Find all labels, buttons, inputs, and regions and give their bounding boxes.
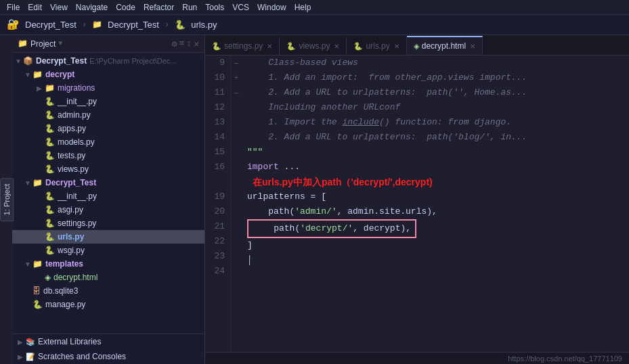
tests-label: tests.py bbox=[58, 151, 85, 160]
folder-templates[interactable]: ▼ 📁 templates bbox=[12, 257, 204, 271]
sidebar-title[interactable]: Project bbox=[30, 39, 56, 49]
code-line-23: ] bbox=[247, 238, 624, 253]
migrations-label: migrations bbox=[58, 83, 95, 93]
py-icon-asgi: 🐍 bbox=[45, 205, 55, 214]
tab-urls[interactable]: 🐍 urls.py ✕ bbox=[347, 37, 406, 55]
file-tests[interactable]: 🐍 tests.py bbox=[12, 149, 204, 162]
main-layout: 1: Project 📁 Project ▼ ⚙ ≡ ↕ ✕ ▼ 📦 Decry… bbox=[0, 35, 629, 364]
arrow-right-icon2: ▶ bbox=[18, 338, 26, 346]
project-root-icon: 📦 bbox=[23, 56, 33, 66]
file-manage[interactable]: 🐍 manage.py bbox=[12, 298, 204, 311]
folder-decrypt-test[interactable]: ▼ 📁 Decrypt_Test bbox=[12, 176, 204, 189]
menubar-item-file[interactable]: File bbox=[3, 3, 24, 12]
file-db[interactable]: 🗄 db.sqlite3 bbox=[12, 284, 204, 298]
lib-icon: 📚 bbox=[26, 338, 35, 346]
urls-label: urls.py bbox=[58, 232, 84, 242]
menubar-item-run[interactable]: Run bbox=[178, 3, 201, 12]
arrow-right-icon: ▶ bbox=[37, 85, 45, 92]
external-libraries-label: External Libraries bbox=[38, 337, 101, 346]
close-tab-urls[interactable]: ✕ bbox=[394, 43, 399, 50]
close-tab-views[interactable]: ✕ bbox=[334, 43, 339, 50]
file-urls[interactable]: 🐍 urls.py bbox=[12, 230, 204, 244]
sidebar-header: 📁 Project ▼ ⚙ ≡ ↕ ✕ bbox=[12, 35, 204, 53]
menubar-item-view[interactable]: View bbox=[46, 3, 72, 12]
code-line-19-annotation: 在urls.py中加入path（'decrypt/',decrypt) bbox=[247, 175, 624, 189]
project-panel-tab[interactable]: 1: Project bbox=[0, 178, 14, 221]
editor-area: 🐍 settings.py ✕ 🐍 views.py ✕ 🐍 urls.py ✕… bbox=[205, 35, 629, 364]
titlebar-sep2: › bbox=[165, 20, 169, 30]
file-views[interactable]: 🐍 views.py bbox=[12, 162, 204, 176]
tab-views-label: views.py bbox=[299, 41, 330, 51]
titlebar-folder-icon: 📁 bbox=[92, 20, 102, 30]
file-apps[interactable]: 🐍 apps.py bbox=[12, 122, 204, 135]
gear-icon[interactable]: ≡ bbox=[179, 39, 185, 49]
sidebar-title-group: 📁 Project ▼ bbox=[18, 39, 62, 49]
editor-tabs: 🐍 settings.py ✕ 🐍 views.py ✕ 🐍 urls.py ✕… bbox=[205, 35, 629, 55]
code-line-22: path('decrypt/', decrypt), bbox=[247, 219, 624, 238]
menubar-item-code[interactable]: Code bbox=[112, 3, 139, 12]
titlebar-project: Decrypt_Test bbox=[25, 20, 77, 30]
code-line-11: 2. Add a URL to urlpatterns: path('', Ho… bbox=[247, 85, 624, 100]
code-line-14: 2. Add a URL to urlpatterns: path('blog/… bbox=[247, 130, 624, 145]
py-icon-models: 🐍 bbox=[45, 137, 55, 147]
code-line-21: path('admin/', admin.site.urls), bbox=[247, 204, 624, 219]
file-asgi[interactable]: 🐍 asgi.py bbox=[12, 203, 204, 217]
py-icon-views: 🐍 bbox=[45, 164, 55, 174]
menubar-item-vcs[interactable]: VCS bbox=[228, 3, 253, 12]
fold-20[interactable]: — bbox=[231, 85, 242, 100]
sync-icon[interactable]: ⚙ bbox=[172, 39, 177, 49]
external-libraries-item[interactable]: ▶ 📚 External Libraries bbox=[12, 334, 204, 349]
titlebar-icon: 🔐 bbox=[7, 18, 20, 31]
init1-label: __init__.py bbox=[58, 97, 97, 106]
titlebar-file-name: urls.py bbox=[191, 20, 217, 30]
close-tab-settings[interactable]: ✕ bbox=[267, 43, 272, 50]
tab-decrypt[interactable]: ◈ decrypt.html ✕ bbox=[407, 36, 483, 55]
tab-settings[interactable]: 🐍 settings.py ✕ bbox=[205, 37, 280, 55]
file-settings[interactable]: 🐍 settings.py bbox=[12, 217, 204, 230]
arrow-down-icon3: ▼ bbox=[24, 179, 32, 187]
code-line-13: 1. Import the include() function: from d… bbox=[247, 115, 624, 130]
file-init1[interactable]: 🐍 __init__.py bbox=[12, 95, 204, 108]
menubar-item-refactor[interactable]: Refactor bbox=[139, 3, 178, 12]
menubar-item-window[interactable]: Window bbox=[253, 3, 290, 12]
folder-icon4: 📁 bbox=[32, 259, 43, 269]
menubar-item-navigate[interactable]: Navigate bbox=[72, 3, 112, 12]
code-line-10: 1. Add an import: from other_app.views i… bbox=[247, 70, 624, 85]
menubar-item-tools[interactable]: Tools bbox=[201, 3, 228, 12]
arrow-down-icon2: ▼ bbox=[24, 71, 32, 78]
folder-icon3: 📁 bbox=[32, 178, 43, 187]
folder-migrations[interactable]: ▶ 📁 migrations bbox=[12, 81, 204, 95]
expand-icon[interactable]: ↕ bbox=[186, 39, 192, 49]
arrow-down-icon: ▼ bbox=[15, 58, 23, 65]
tab-views[interactable]: 🐍 views.py ✕ bbox=[280, 37, 347, 55]
db-label: db.sqlite3 bbox=[43, 286, 78, 296]
project-icon: 📁 bbox=[18, 39, 28, 49]
tree-root[interactable]: ▼ 📦 Decrypt_Test E:\PyCharm Project\Dec.… bbox=[12, 54, 204, 68]
file-models[interactable]: 🐍 models.py bbox=[12, 135, 204, 149]
scratches-item[interactable]: ▶ 📝 Scratches and Consoles bbox=[12, 349, 204, 364]
titlebar-file-icon: 🐍 bbox=[175, 20, 186, 30]
py-icon-apps: 🐍 bbox=[45, 124, 55, 133]
menubar-item-edit[interactable]: Edit bbox=[24, 3, 46, 12]
annotation-text: 在urls.py中加入path（'decrypt/',decrypt) bbox=[253, 175, 433, 189]
folder-icon2: 📁 bbox=[45, 83, 55, 93]
file-admin[interactable]: 🐍 admin.py bbox=[12, 108, 204, 122]
asgi-label: asgi.py bbox=[58, 205, 83, 214]
py-icon-init2: 🐍 bbox=[45, 191, 55, 201]
file-wsgi[interactable]: 🐍 wsgi.py bbox=[12, 244, 204, 257]
py-icon-tab-urls: 🐍 bbox=[353, 42, 363, 51]
folder-decrypt[interactable]: ▼ 📁 decrypt bbox=[12, 68, 204, 81]
file-init2[interactable]: 🐍 __init__.py bbox=[12, 189, 204, 203]
code-line-15: """ bbox=[247, 145, 624, 160]
code-content[interactable]: Class-based views 1. Add an import: from… bbox=[242, 55, 629, 352]
close-icon[interactable]: ✕ bbox=[194, 39, 199, 49]
menubar: File Edit View Navigate Code Refactor Ru… bbox=[0, 0, 629, 15]
file-decrypt-html[interactable]: ◈ decrypt.html bbox=[12, 271, 204, 284]
init2-label: __init__.py bbox=[58, 191, 97, 201]
fold-15[interactable]: — bbox=[231, 55, 242, 70]
close-tab-decrypt[interactable]: ✕ bbox=[470, 43, 475, 50]
menubar-item-help[interactable]: Help bbox=[290, 3, 316, 12]
titlebar-sep1: › bbox=[82, 20, 87, 30]
fold-16[interactable]: + bbox=[231, 70, 242, 85]
titlebar-folder-name: Decrypt_Test bbox=[108, 20, 159, 30]
